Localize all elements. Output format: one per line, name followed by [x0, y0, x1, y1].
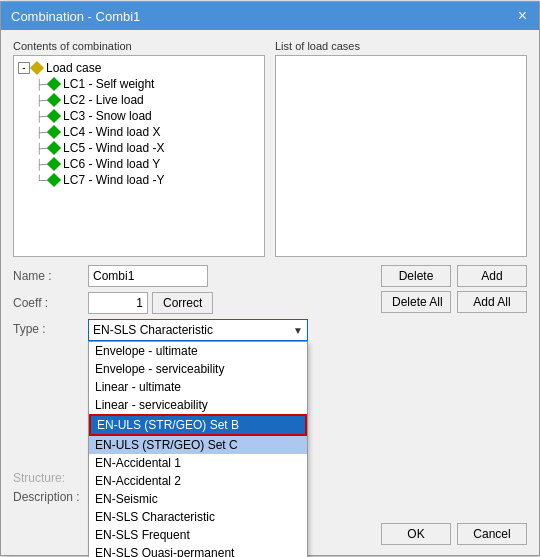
lc4-icon	[47, 125, 61, 139]
type-container: EN-SLS Characteristic ▼ Envelope - ultim…	[88, 319, 308, 341]
lc7-label: LC7 - Wind load -Y	[63, 173, 164, 187]
title-bar: Combination - Combi1 ×	[1, 2, 539, 30]
dropdown-item[interactable]: EN-Accidental 1	[89, 454, 307, 472]
close-button[interactable]: ×	[516, 8, 529, 24]
panels-row: Contents of combination - Load case ├─	[13, 40, 527, 257]
form-area: Name : Coeff : Correct Type : EN-SLS Cha…	[13, 265, 365, 509]
name-row: Name :	[13, 265, 365, 287]
coeff-row: Coeff : Correct	[13, 292, 365, 314]
list-item: ├─ LC4 - Wind load X	[36, 124, 260, 140]
lc3-label: LC3 - Snow load	[63, 109, 152, 123]
tree-root: - Load case	[18, 60, 260, 76]
delete-button[interactable]: Delete	[381, 265, 451, 287]
dropdown-item-selected[interactable]: EN-ULS (STR/GEO) Set B	[89, 414, 307, 436]
list-item: ├─ LC3 - Snow load	[36, 108, 260, 124]
lc2-icon	[47, 93, 61, 107]
lc5-label: LC5 - Wind load -X	[63, 141, 164, 155]
add-all-button[interactable]: Add All	[457, 291, 527, 313]
delete-all-button[interactable]: Delete All	[381, 291, 451, 313]
dropdown-item-highlighted[interactable]: EN-ULS (STR/GEO) Set C	[89, 436, 307, 454]
lc5-icon	[47, 141, 61, 155]
expand-icon[interactable]: -	[18, 62, 30, 74]
dropdown-item[interactable]: Linear - ultimate	[89, 378, 307, 396]
right-buttons-area: Delete Add Delete All Add All	[381, 265, 527, 509]
dropdown-item[interactable]: Envelope - ultimate	[89, 342, 307, 360]
chevron-down-icon: ▼	[293, 325, 303, 336]
description-label: Description :	[13, 490, 88, 504]
type-dropdown-menu: Envelope - ultimate Envelope - serviceab…	[88, 341, 308, 557]
dropdown-item[interactable]: Envelope - serviceability	[89, 360, 307, 378]
cancel-button[interactable]: Cancel	[457, 523, 527, 545]
tree-container: - Load case ├─ LC1 - Self weight ├─	[14, 56, 264, 256]
dropdown-item[interactable]: EN-Seismic	[89, 490, 307, 508]
list-item: ├─ LC1 - Self weight	[36, 76, 260, 92]
coeff-input[interactable]	[88, 292, 148, 314]
dropdown-item[interactable]: Linear - serviceability	[89, 396, 307, 414]
dropdown-item[interactable]: EN-SLS Frequent	[89, 526, 307, 544]
list-item: ├─ LC2 - Live load	[36, 92, 260, 108]
lc1-label: LC1 - Self weight	[63, 77, 154, 91]
name-label: Name :	[13, 269, 88, 283]
tree-root-label: Load case	[46, 61, 101, 75]
dropdown-item[interactable]: EN-SLS Characteristic	[89, 508, 307, 526]
type-label: Type :	[13, 319, 88, 336]
left-panel-wrapper: Contents of combination - Load case ├─	[13, 40, 265, 257]
ok-button[interactable]: OK	[381, 523, 451, 545]
structure-label: Structure:	[13, 471, 88, 485]
right-panel-wrapper: List of load cases	[275, 40, 527, 257]
lc6-icon	[47, 157, 61, 171]
list-item: └─ LC7 - Wind load -Y	[36, 172, 260, 188]
lc6-label: LC6 - Wind load Y	[63, 157, 160, 171]
type-select[interactable]: EN-SLS Characteristic ▼	[88, 319, 308, 341]
lc2-label: LC2 - Live load	[63, 93, 144, 107]
dialog-title: Combination - Combi1	[11, 9, 140, 24]
lc4-label: LC4 - Wind load X	[63, 125, 160, 139]
delete-add-row: Delete Add	[381, 265, 527, 287]
dropdown-item[interactable]: EN-SLS Quasi-permanent	[89, 544, 307, 557]
type-value: EN-SLS Characteristic	[93, 323, 213, 337]
left-panel-label: Contents of combination	[13, 40, 265, 52]
coeff-label: Coeff :	[13, 296, 88, 310]
type-row: Type : EN-SLS Characteristic ▼ Envelope …	[13, 319, 365, 341]
lc3-icon	[47, 109, 61, 123]
dialog-body: Contents of combination - Load case ├─	[1, 30, 539, 555]
dropdown-item[interactable]: EN-Accidental 2	[89, 472, 307, 490]
right-panel-label: List of load cases	[275, 40, 527, 52]
delete-all-add-all-row: Delete All Add All	[381, 291, 527, 313]
list-item: ├─ LC5 - Wind load -X	[36, 140, 260, 156]
lc1-icon	[47, 77, 61, 91]
form-and-buttons: Name : Coeff : Correct Type : EN-SLS Cha…	[13, 265, 527, 509]
correct-button[interactable]: Correct	[152, 292, 213, 314]
list-item: ├─ LC6 - Wind load Y	[36, 156, 260, 172]
left-panel: - Load case ├─ LC1 - Self weight ├─	[13, 55, 265, 257]
right-panel	[275, 55, 527, 257]
add-button[interactable]: Add	[457, 265, 527, 287]
combination-dialog: Combination - Combi1 × Contents of combi…	[0, 1, 540, 556]
lc7-icon	[47, 173, 61, 187]
root-diamond-icon	[30, 61, 44, 75]
name-input[interactable]	[88, 265, 208, 287]
